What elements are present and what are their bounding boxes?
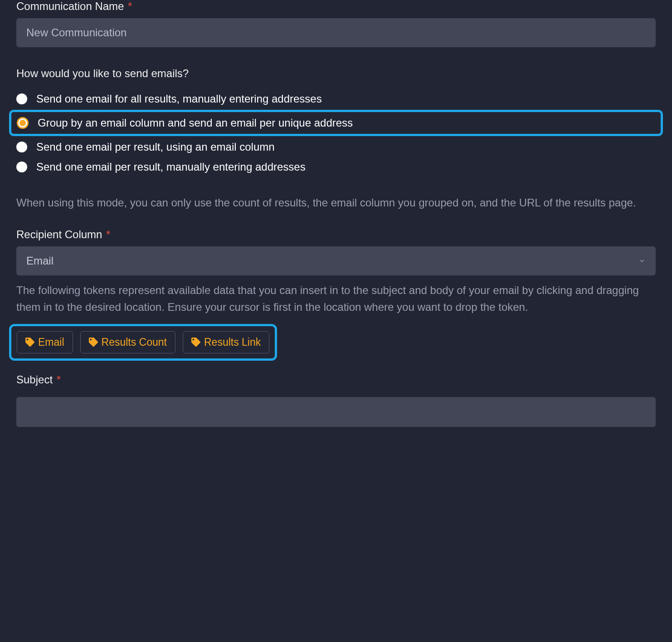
tokens-help-text: The following tokens represent available… <box>16 282 656 315</box>
required-indicator: * <box>54 373 61 386</box>
radio-button[interactable] <box>17 117 29 129</box>
radio-button[interactable] <box>16 162 27 172</box>
recipient-column-group: Recipient Column * Email <box>16 228 656 275</box>
radio-item-group-by-column[interactable]: Group by an email column and send an ema… <box>9 110 663 136</box>
subject-label: Subject * <box>16 373 61 386</box>
required-indicator: * <box>103 228 110 240</box>
recipient-column-label: Recipient Column * <box>16 228 110 241</box>
radio-item-all-results-manual[interactable]: Send one email for all results, manually… <box>16 89 656 109</box>
communication-name-group: Communication Name * <box>16 0 656 47</box>
radio-label: Send one email per result, using an emai… <box>36 141 275 153</box>
radio-label: Group by an email column and send an ema… <box>38 117 353 129</box>
radio-button[interactable] <box>16 142 27 152</box>
token-results-count[interactable]: Results Count <box>80 331 175 353</box>
recipient-column-select[interactable]: Email <box>16 246 656 275</box>
token-label: Results Count <box>102 336 167 348</box>
email-method-question: How would you like to send emails? <box>16 67 656 80</box>
subject-group: Subject * <box>16 373 656 427</box>
token-label: Results Link <box>204 336 261 348</box>
radio-label: Send one email per result, manually ente… <box>36 161 306 173</box>
subject-input[interactable] <box>16 397 656 427</box>
token-email[interactable]: Email <box>17 331 73 353</box>
radio-item-per-result-column[interactable]: Send one email per result, using an emai… <box>16 137 656 157</box>
token-label: Email <box>38 336 64 348</box>
communication-name-input[interactable] <box>16 18 656 47</box>
radio-label: Send one email for all results, manually… <box>36 93 322 105</box>
email-method-radio-group: Send one email for all results, manually… <box>16 89 656 177</box>
mode-help-text: When using this mode, you can only use t… <box>16 194 656 211</box>
radio-item-per-result-manual[interactable]: Send one email per result, manually ente… <box>16 157 656 177</box>
recipient-column-value: Email <box>26 255 54 267</box>
tag-icon <box>89 338 98 347</box>
chevron-down-icon <box>638 257 646 265</box>
required-indicator: * <box>125 0 132 12</box>
communication-name-label: Communication Name * <box>16 0 132 13</box>
tokens-container: Email Results Count Results Link <box>9 324 277 361</box>
radio-button[interactable] <box>16 93 27 104</box>
tag-icon <box>25 338 34 347</box>
tag-icon <box>191 338 200 347</box>
token-results-link[interactable]: Results Link <box>183 331 269 353</box>
